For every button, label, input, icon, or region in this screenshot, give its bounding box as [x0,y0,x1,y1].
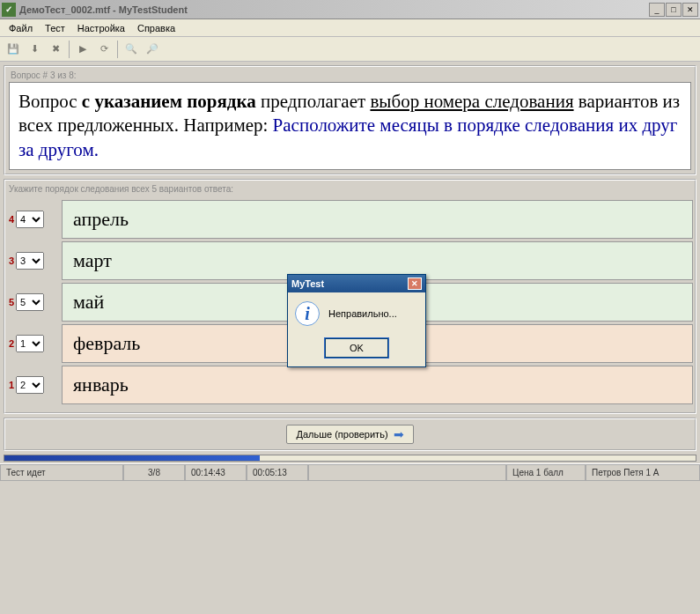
refresh-icon[interactable]: ⟳ [94,40,114,59]
dialog-message: Неправильно... [328,308,397,319]
status-state: Тест идет [0,464,123,481]
arrow-right-icon: ➡ [394,427,404,441]
status-progress: 3/8 [123,464,185,481]
zoom-out-icon[interactable]: 🔎 [143,40,162,59]
cancel-icon[interactable]: ✖ [46,40,65,59]
qtext: предполагает [256,91,371,112]
order-select[interactable]: 12345 [16,293,44,311]
question-legend: Вопрос # 3 из 8: [9,69,691,82]
status-student: Петров Петя 1 А [586,464,700,481]
menu-help[interactable]: Справка [132,21,181,35]
down-icon[interactable]: ⬇ [25,40,44,59]
dialog-ok-button[interactable]: OK [325,338,388,358]
qtext: Вопрос [18,91,82,112]
option-row: 412345апрель [7,200,693,239]
order-select[interactable]: 12345 [16,335,44,352]
info-icon: i [295,301,320,326]
feedback-dialog: MyTest ✕ i Неправильно... OK [287,274,426,367]
menu-file[interactable]: Файл [4,21,38,35]
row-number: 5 [7,283,16,322]
qtext-underline: выбор номера следования [370,91,573,112]
status-time1: 00:14:43 [185,464,247,481]
toolbar: 💾 ⬇ ✖ ▶ ⟳ 🔍 🔎 [0,37,700,62]
option-card: апрель [62,200,693,239]
row-number: 1 [7,366,16,404]
play-icon[interactable]: ▶ [73,40,92,59]
row-number: 3 [7,241,16,280]
question-panel: Вопрос # 3 из 8: Вопрос с указанием поря… [4,65,696,175]
option-row: 112345январь [7,366,693,404]
menu-test[interactable]: Тест [40,21,70,35]
close-button[interactable]: ✕ [682,3,698,17]
save-icon[interactable]: 💾 [4,40,23,59]
app-icon: ✓ [2,3,16,17]
statusbar: Тест идет 3/8 00:14:43 00:05:13 Цена 1 б… [0,463,700,481]
dialog-close-button[interactable]: ✕ [408,277,422,290]
window-titlebar: ✓ ДемоТест_0002.mtf - MyTestStudent _ □ … [0,0,700,19]
zoom-in-icon[interactable]: 🔍 [122,40,141,59]
row-number: 2 [7,324,16,363]
minimize-button[interactable]: _ [649,3,665,17]
order-select[interactable]: 12345 [16,252,44,270]
maximize-button[interactable]: □ [666,3,682,17]
menubar: Файл Тест Настройка Справка [0,19,700,37]
next-button-label: Дальше (проверить) [296,429,387,440]
status-time2: 00:05:13 [247,464,308,481]
dialog-titlebar: MyTest ✕ [288,275,425,292]
separator [117,41,118,58]
status-score: Цена 1 балл [506,464,586,481]
option-card: январь [62,366,693,404]
progress-fill [4,455,260,461]
menu-settings[interactable]: Настройка [72,21,130,35]
qtext-bold: с указанием порядка [82,91,256,112]
options-legend: Укажите порядок следования всех 5 вариан… [7,182,693,197]
question-text: Вопрос с указанием порядка предполагает … [9,82,691,170]
window-title: ДемоТест_0002.mtf - MyTestStudent [19,4,649,15]
next-button[interactable]: Дальше (проверить) ➡ [286,425,413,444]
bottom-panel: Дальше (проверить) ➡ [4,418,696,451]
status-spacer [308,464,506,481]
order-select[interactable]: 12345 [16,376,44,394]
separator [69,41,70,58]
dialog-title: MyTest [291,278,408,289]
progress-bar [4,455,696,462]
order-select[interactable]: 12345 [16,211,44,228]
row-number: 4 [7,200,16,239]
